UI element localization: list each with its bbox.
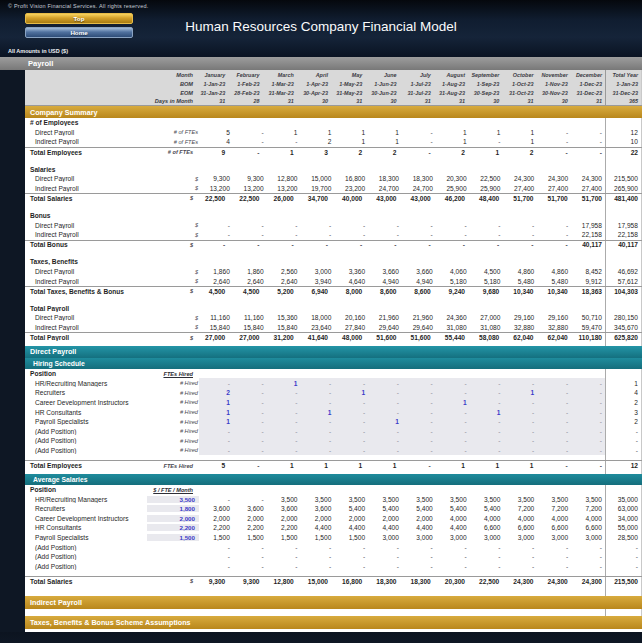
input-cell[interactable]: - xyxy=(503,407,537,417)
input-cell[interactable]: - xyxy=(267,426,301,436)
input-cell[interactable]: - xyxy=(436,417,470,427)
input-cell[interactable]: - xyxy=(470,398,504,408)
input-cell[interactable]: 1 xyxy=(199,407,233,417)
input-cell[interactable]: - xyxy=(470,426,504,436)
input-cell[interactable]: - xyxy=(300,398,334,408)
input-cell[interactable]: - xyxy=(503,446,537,456)
input-cell[interactable]: - xyxy=(368,446,402,456)
input-cell[interactable]: - xyxy=(402,378,436,388)
input-cell[interactable]: - xyxy=(267,388,301,398)
input-cell[interactable]: - xyxy=(571,407,605,417)
input-cell[interactable]: - xyxy=(436,378,470,388)
input-cell[interactable]: - xyxy=(470,378,504,388)
input-cell[interactable]: - xyxy=(402,407,436,417)
input-cell[interactable]: - xyxy=(233,446,267,456)
input-cell[interactable]: - xyxy=(334,436,368,446)
input-cell[interactable]: - xyxy=(233,388,267,398)
input-cell-rate[interactable]: 1,500 xyxy=(147,534,199,541)
input-cell[interactable]: - xyxy=(503,417,537,427)
input-cell[interactable]: - xyxy=(402,417,436,427)
input-cell[interactable]: - xyxy=(571,436,605,446)
input-cell[interactable]: - xyxy=(368,388,402,398)
input-cell[interactable]: - xyxy=(537,436,571,446)
input-cell[interactable]: - xyxy=(233,398,267,408)
input-cell[interactable]: - xyxy=(571,388,605,398)
input-cell[interactable]: - xyxy=(470,446,504,456)
input-cell[interactable]: 1 xyxy=(436,398,470,408)
input-cell-rate[interactable]: 2,200 xyxy=(147,524,199,531)
input-cell[interactable]: - xyxy=(334,417,368,427)
section-indirect-payroll[interactable]: Indirect Payroll xyxy=(25,596,642,609)
input-cell[interactable]: 1 xyxy=(368,417,402,427)
input-cell-rate[interactable]: 1,800 xyxy=(147,505,199,512)
input-cell[interactable]: - xyxy=(537,426,571,436)
input-cell-rate[interactable]: 2,000 xyxy=(147,515,199,522)
input-cell[interactable]: - xyxy=(368,378,402,388)
input-cell[interactable]: - xyxy=(436,388,470,398)
input-cell[interactable]: - xyxy=(571,378,605,388)
input-cell[interactable]: - xyxy=(300,426,334,436)
input-cell[interactable]: - xyxy=(402,398,436,408)
input-cell[interactable]: 1 xyxy=(470,407,504,417)
input-cell[interactable]: - xyxy=(267,436,301,446)
input-cell[interactable]: - xyxy=(571,398,605,408)
input-cell[interactable]: - xyxy=(436,436,470,446)
input-cell[interactable]: - xyxy=(470,417,504,427)
input-cell[interactable]: - xyxy=(470,388,504,398)
input-cell[interactable]: - xyxy=(233,417,267,427)
input-cell[interactable]: - xyxy=(503,378,537,388)
input-cell[interactable]: 2 xyxy=(199,388,233,398)
input-cell[interactable]: - xyxy=(503,436,537,446)
input-cell[interactable]: - xyxy=(571,426,605,436)
input-cell[interactable]: - xyxy=(233,407,267,417)
input-cell[interactable]: - xyxy=(402,426,436,436)
input-cell[interactable]: - xyxy=(233,436,267,446)
input-cell[interactable]: - xyxy=(436,426,470,436)
input-cell[interactable]: - xyxy=(537,407,571,417)
input-cell[interactable]: - xyxy=(300,388,334,398)
input-cell[interactable]: - xyxy=(300,417,334,427)
input-cell[interactable]: 1 xyxy=(300,407,334,417)
input-cell[interactable]: 1 xyxy=(199,417,233,427)
input-cell[interactable]: - xyxy=(368,398,402,408)
input-cell[interactable]: - xyxy=(537,417,571,427)
input-cell[interactable]: - xyxy=(503,398,537,408)
input-cell[interactable]: - xyxy=(334,426,368,436)
input-cell[interactable]: - xyxy=(537,446,571,456)
input-cell[interactable]: - xyxy=(267,398,301,408)
input-cell[interactable]: - xyxy=(436,407,470,417)
input-cell[interactable]: 1 xyxy=(199,398,233,408)
input-cell[interactable]: - xyxy=(300,446,334,456)
section-taxes-benefits-bonus[interactable]: Taxes, Benefits & Bonus Scheme Assumptio… xyxy=(25,616,642,629)
input-cell[interactable]: - xyxy=(571,446,605,456)
input-cell[interactable]: - xyxy=(368,436,402,446)
input-cell[interactable]: - xyxy=(199,426,233,436)
input-cell[interactable]: - xyxy=(334,398,368,408)
input-cell[interactable]: - xyxy=(300,378,334,388)
input-cell[interactable]: - xyxy=(436,446,470,456)
input-cell[interactable]: - xyxy=(334,378,368,388)
input-cell[interactable]: 1 xyxy=(503,388,537,398)
input-cell[interactable]: 1 xyxy=(334,388,368,398)
input-cell[interactable]: - xyxy=(368,407,402,417)
input-cell[interactable]: - xyxy=(300,436,334,446)
input-cell[interactable]: 1 xyxy=(267,378,301,388)
input-cell[interactable]: - xyxy=(199,378,233,388)
input-cell[interactable]: - xyxy=(267,417,301,427)
input-cell[interactable]: - xyxy=(199,446,233,456)
input-cell[interactable]: - xyxy=(402,388,436,398)
input-cell[interactable]: - xyxy=(470,436,504,446)
input-cell[interactable]: - xyxy=(334,446,368,456)
input-cell[interactable]: - xyxy=(537,398,571,408)
input-cell[interactable]: - xyxy=(267,407,301,417)
input-cell-rate[interactable]: 3,500 xyxy=(147,496,199,503)
input-cell[interactable]: - xyxy=(537,378,571,388)
input-cell[interactable]: - xyxy=(233,426,267,436)
input-cell[interactable]: - xyxy=(267,446,301,456)
input-cell[interactable]: - xyxy=(233,378,267,388)
input-cell[interactable]: - xyxy=(402,446,436,456)
input-cell[interactable]: - xyxy=(537,388,571,398)
input-cell[interactable]: - xyxy=(571,417,605,427)
input-cell[interactable]: - xyxy=(334,407,368,417)
input-cell[interactable]: - xyxy=(503,426,537,436)
